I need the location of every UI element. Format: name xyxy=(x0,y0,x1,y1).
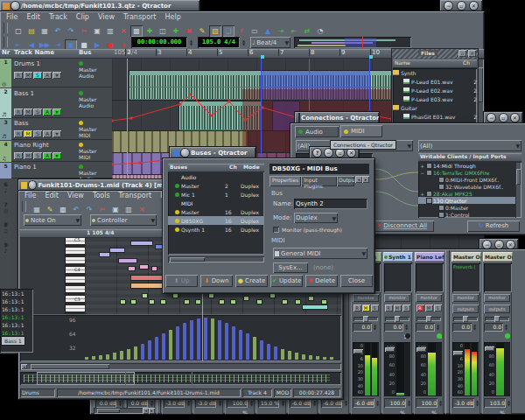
pan-spinner[interactable]: ▲▼ xyxy=(503,323,509,332)
mixer-strip[interactable]: Master Ou Freeverb ( monitor outputs 0.0… xyxy=(451,252,480,414)
close-button[interactable]: Close xyxy=(340,275,373,287)
velocity-bar[interactable] xyxy=(85,357,88,360)
gain-spinner[interactable]: ▲▼ xyxy=(506,398,512,408)
files-panel-titlebar[interactable]: Files ▫ ✕ xyxy=(392,49,478,59)
copy-icon[interactable]: ▣ xyxy=(91,25,103,37)
solo-button[interactable]: S xyxy=(33,72,42,79)
outputs-button[interactable]: outputs xyxy=(484,304,510,313)
scrollbar-thumb[interactable] xyxy=(516,169,521,185)
mute-button[interactable]: M xyxy=(24,108,32,116)
input-filter-combo[interactable]: (All)▼ xyxy=(418,140,522,151)
track-row-drums[interactable]: 1◎ Drums 1 RMSA▾ MasterAudio xyxy=(0,59,112,88)
velocity-bar[interactable] xyxy=(253,337,256,360)
gain-value[interactable]: -3.0 dB xyxy=(452,398,474,408)
gain-value[interactable]: -3.0 dB xyxy=(164,398,185,408)
file-item[interactable]: Guitar xyxy=(393,103,477,112)
gain-value[interactable]: -6.0 dB xyxy=(290,398,311,408)
plugin-list[interactable] xyxy=(416,263,444,292)
minimize-icon[interactable]: − xyxy=(487,114,495,122)
bus-item[interactable]: Master 2 Duplex xyxy=(168,181,264,190)
velocity-bar[interactable] xyxy=(183,323,186,360)
record-button[interactable]: R xyxy=(385,304,393,312)
menu-item[interactable]: Edit xyxy=(22,12,45,22)
gain-value[interactable]: 15.0 % xyxy=(258,398,279,408)
gain-value[interactable]: 0.0 dB xyxy=(95,398,116,408)
monitor-button[interactable]: monitor xyxy=(353,294,379,302)
automation-button[interactable]: A xyxy=(43,152,52,159)
track-badge[interactable]: 8♫ xyxy=(0,221,11,241)
velocity-bar[interactable] xyxy=(330,357,333,360)
delete-icon[interactable]: ✕ xyxy=(117,25,130,37)
velocity-bar[interactable] xyxy=(274,346,277,360)
input-ports-header[interactable]: Writable Clients / Input Ports xyxy=(418,153,522,162)
velocity-bar[interactable] xyxy=(127,349,130,360)
gain-spinner[interactable]: ▲▼ xyxy=(438,398,444,408)
mute-button[interactable]: M xyxy=(425,304,433,312)
down-button[interactable]: ⬇ Down xyxy=(200,275,233,287)
velocity-bar[interactable] xyxy=(309,355,312,360)
track-row-piano-right[interactable]: 4♫ Piano Right RMSA▾ MasterMIDI xyxy=(0,141,112,162)
menu-item[interactable]: File xyxy=(2,12,22,22)
gain-spinner[interactable]: ▲▼ xyxy=(343,398,349,408)
windows-icon[interactable]: ❏ xyxy=(222,25,234,37)
session-overview[interactable] xyxy=(294,37,411,48)
window-menu-button[interactable] xyxy=(11,2,19,10)
gain-spinner[interactable]: ▲▼ xyxy=(217,398,223,408)
mute-button[interactable]: M xyxy=(362,304,370,312)
record-button[interactable]: R xyxy=(14,108,23,116)
client-port-item[interactable]: 1:Control xyxy=(418,211,522,218)
automation-arrow[interactable]: ▾ xyxy=(52,72,61,79)
velocity-bar[interactable] xyxy=(120,351,123,360)
velocity-bar[interactable] xyxy=(295,353,298,360)
window-menu-button[interactable] xyxy=(29,181,36,189)
minimize-icon[interactable]: − xyxy=(444,2,452,10)
snap-combo[interactable]: ♩Beat/4▼ xyxy=(250,37,290,48)
velocity-bar[interactable] xyxy=(155,337,158,360)
mode-combo[interactable]: Duplex▼ xyxy=(294,213,338,223)
buses-title-tab[interactable]: Buses - Qtractor xyxy=(170,147,256,158)
strip-header[interactable]: Master Ou xyxy=(483,252,513,262)
menu-item[interactable]: Help xyxy=(160,12,185,22)
pan-spinner[interactable]: ▲▼ xyxy=(472,323,478,332)
client-port-item[interactable]: 32:Wavetable DMX6f.. xyxy=(418,183,522,190)
up-button[interactable]: ⬆ Up xyxy=(165,275,198,287)
solo-button[interactable]: S xyxy=(33,130,42,137)
bus-item[interactable]: Mic 1 1 Duplex xyxy=(168,190,264,199)
plugin-list[interactable] xyxy=(484,263,512,292)
toolbar-handle[interactable] xyxy=(22,201,26,212)
gain-spinner[interactable]: ▲▼ xyxy=(149,398,155,408)
new-session-icon[interactable]: ▢ xyxy=(12,25,24,37)
gain-value[interactable]: 100.0 % xyxy=(416,398,438,408)
pan-spinner[interactable]: ▲▼ xyxy=(435,323,441,332)
tempo-display[interactable]: 105.0 4/4 xyxy=(198,37,240,48)
delete-button[interactable]: ✖ Delete xyxy=(305,275,338,287)
tree-vscrollbar[interactable] xyxy=(515,162,522,218)
velocity-bar[interactable] xyxy=(162,333,165,360)
pan-slider[interactable] xyxy=(416,317,441,321)
expander-icon[interactable]: − xyxy=(420,170,425,176)
gain-value[interactable]: 103.0 % xyxy=(484,398,506,408)
mixer-hscrollbar[interactable]: ◂ ▸ xyxy=(94,408,155,414)
pan-handle[interactable] xyxy=(363,316,368,322)
velocity-bar[interactable] xyxy=(316,356,319,360)
main-title-tab[interactable]: /home/mcbc/tmp/Funkit101.3.qtz - Qtracto… xyxy=(0,0,200,11)
bus-item[interactable]: MIDI xyxy=(168,199,264,207)
monitor-button[interactable]: monitor xyxy=(416,294,442,302)
pan-handle[interactable] xyxy=(494,316,500,322)
minimize-icon[interactable]: − xyxy=(325,149,332,157)
track-row-piano1[interactable]: 5 Piano 1 MasterAudio xyxy=(0,163,112,178)
record-button[interactable]: R xyxy=(14,72,23,79)
strip-header[interactable]: Piano Left xyxy=(415,252,444,262)
velocity-bar[interactable] xyxy=(246,333,249,360)
window-menu-button[interactable] xyxy=(181,149,189,157)
clip-split-icon[interactable]: ◫ xyxy=(157,25,169,37)
mute-button[interactable]: M xyxy=(394,304,402,312)
velocity-bar[interactable] xyxy=(302,354,305,360)
create-button[interactable]: ● Create xyxy=(235,275,268,287)
gain-value[interactable]: -3.0 dB xyxy=(195,398,216,408)
pan-slider[interactable] xyxy=(485,317,509,321)
solo-button[interactable]: S xyxy=(434,304,442,312)
velocity-bar[interactable] xyxy=(134,346,137,360)
client-port-item[interactable]: 0:Master xyxy=(418,204,522,211)
close-icon[interactable]: ✕ xyxy=(470,2,478,10)
